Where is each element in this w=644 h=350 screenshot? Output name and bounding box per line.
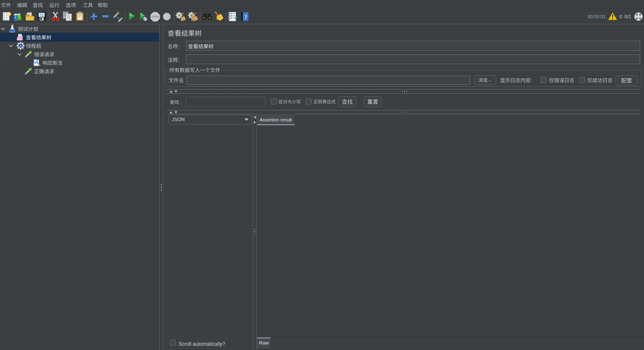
- svg-text:?: ?: [244, 14, 247, 20]
- svg-text:STOP: STOP: [152, 15, 159, 18]
